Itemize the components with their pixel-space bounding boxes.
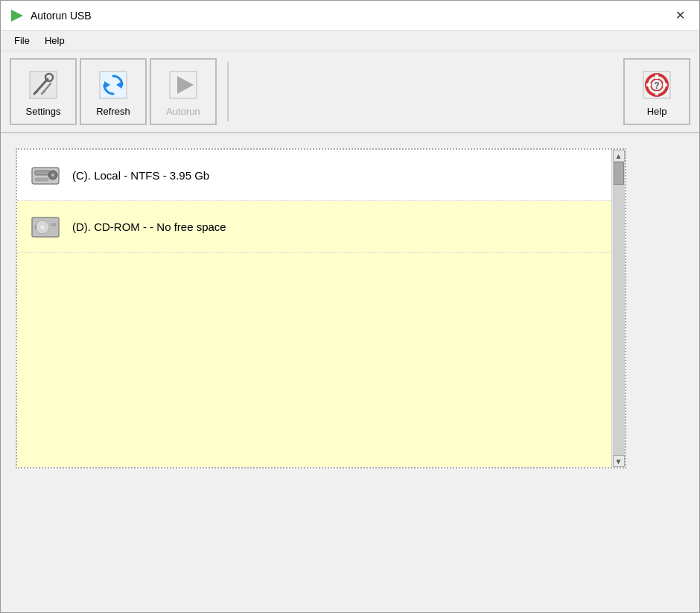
scrollbar: ▲ ▼: [611, 150, 625, 467]
drive-list: (C). Local - NTFS - 3.95 Gb: [16, 148, 626, 469]
wrench-icon: [27, 69, 60, 101]
toolbar-separator: [227, 62, 229, 121]
menu-help[interactable]: Help: [37, 32, 72, 49]
svg-rect-30: [51, 223, 56, 226]
drive-item-d[interactable]: (D). CD-ROM - - No free space: [17, 201, 625, 252]
title-bar-left: Autorun USB: [10, 8, 92, 23]
cdrom-icon: [29, 210, 62, 243]
app-icon: [10, 8, 25, 23]
drive-c-label: (C). Local - NTFS - 3.95 Gb: [72, 169, 209, 182]
toolbar: Settings Refresh: [1, 51, 699, 133]
title-bar: Autorun USB ✕: [1, 1, 699, 31]
drive-d-label: (D). CD-ROM - - No free space: [72, 220, 226, 233]
autorun-icon: [165, 67, 201, 103]
menu-bar: File Help: [1, 31, 699, 51]
help-label: Help: [647, 106, 667, 117]
svg-rect-24: [35, 178, 48, 181]
empty-area: [17, 252, 625, 467]
autorun-label: Autorun: [166, 106, 200, 117]
drive-item-c[interactable]: (C). Local - NTFS - 3.95 Gb: [17, 150, 625, 201]
play-icon: [167, 69, 200, 101]
window-title: Autorun USB: [31, 10, 92, 22]
main-window: Autorun USB ✕ File Help Se: [0, 0, 700, 613]
scrollbar-track: [613, 162, 625, 455]
settings-icon: [25, 67, 61, 103]
help-lifering-icon: ?: [640, 69, 673, 101]
svg-point-28: [42, 226, 43, 228]
svg-marker-0: [11, 10, 23, 22]
content-area: (C). Local - NTFS - 3.95 Gb: [1, 133, 699, 612]
hdd-icon: [29, 159, 62, 191]
refresh-icon: [95, 67, 131, 103]
svg-text:?: ?: [654, 80, 659, 91]
help-icon: ?: [639, 67, 675, 103]
refresh-label: Refresh: [96, 106, 130, 117]
refresh-button[interactable]: Refresh: [80, 58, 147, 125]
scroll-down-button[interactable]: ▼: [613, 455, 625, 467]
scroll-up-button[interactable]: ▲: [613, 150, 625, 162]
refresh-arrows-icon: [97, 69, 130, 101]
scrollbar-thumb[interactable]: [614, 162, 624, 185]
help-button[interactable]: ? Help: [623, 58, 690, 125]
settings-label: Settings: [26, 106, 61, 117]
autorun-button[interactable]: Autorun: [150, 58, 217, 125]
settings-button[interactable]: Settings: [10, 58, 77, 125]
svg-rect-29: [35, 225, 36, 229]
svg-rect-21: [35, 171, 50, 175]
menu-file[interactable]: File: [7, 32, 37, 49]
svg-rect-31: [51, 228, 56, 229]
svg-point-23: [51, 174, 54, 177]
close-button[interactable]: ✕: [669, 5, 690, 26]
